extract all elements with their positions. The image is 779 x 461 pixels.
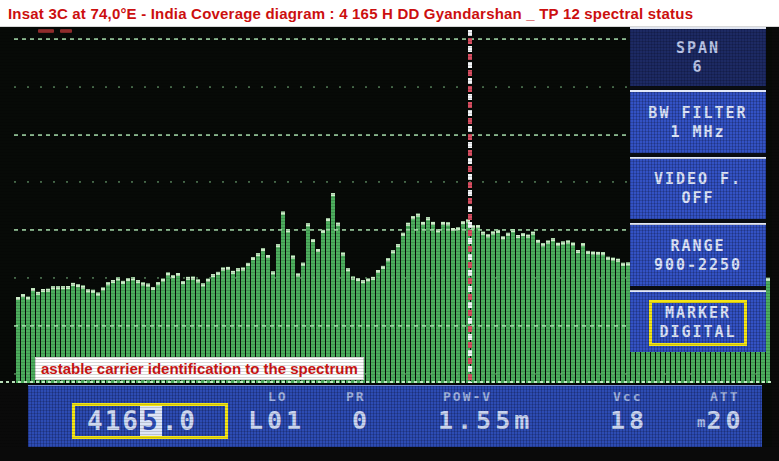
video-filter-button[interactable]: VIDEO F. OFF (630, 157, 766, 219)
marker-digital-button-label: MARKER (665, 304, 731, 323)
frequency-digits-after: .0 (162, 406, 197, 436)
range-button-value: 900-2250 (654, 256, 742, 275)
bw-filter-button-label: BW FILTER (648, 104, 747, 123)
pow-v-label: POW-V (443, 389, 492, 404)
range-button[interactable]: RANGE 900-2250 (630, 223, 766, 286)
span-button[interactable]: SPAN 6 (630, 27, 766, 86)
lo-value: L01 (248, 406, 305, 436)
frequency-field[interactable]: 4165.0 (72, 403, 228, 439)
frequency-marker-line (468, 30, 472, 383)
att-value: m20 (697, 406, 745, 437)
annotation-text: astable carrier identification to the sp… (41, 360, 358, 377)
bw-filter-button[interactable]: BW FILTER 1 MHz (630, 90, 766, 153)
range-button-label: RANGE (670, 237, 725, 256)
bw-filter-button-value: 1 MHz (670, 123, 725, 142)
photo-artifact-red-marks (38, 29, 54, 33)
marker-digital-button-value: DIGITAL (659, 323, 736, 342)
frame-strip-right (772, 26, 779, 447)
lo-label: LO (268, 389, 288, 404)
video-filter-button-value: OFF (681, 189, 714, 208)
pr-value: 0 (352, 406, 371, 436)
title-bar: Insat 3C at 74,0°E - India Coverage diag… (0, 0, 779, 27)
annotation-label: astable carrier identification to the sp… (35, 357, 364, 380)
span-button-value: 6 (692, 58, 703, 77)
frame-strip-bottom (0, 447, 779, 461)
pow-v-value: 1.55m (438, 406, 533, 436)
marker-digital-button[interactable]: MARKER DIGITAL (630, 290, 766, 352)
video-filter-button-label: VIDEO F. (654, 170, 742, 189)
status-bar: 4165.0 LO L01 PR 0 POW-V 1.55m Vcc 18 AT… (28, 385, 762, 448)
page-title: Insat 3C at 74,0°E - India Coverage diag… (0, 5, 693, 22)
att-value-number: 20 (706, 406, 744, 435)
photo-artifact-red-marks (60, 29, 72, 33)
button-panel: SPAN 6 BW FILTER 1 MHz VIDEO F. OFF RANG… (630, 27, 766, 352)
marker-digital-highlight-box: MARKER DIGITAL (649, 300, 746, 346)
span-button-label: SPAN (676, 39, 720, 58)
frequency-value: 4165.0 (87, 407, 197, 435)
frequency-digits-before: 416 (87, 406, 140, 436)
frequency-selected-digit[interactable]: 5 (140, 406, 162, 436)
vcc-value: 18 (610, 406, 648, 436)
frame-strip-left (0, 385, 28, 447)
vcc-label: Vcc (613, 389, 642, 404)
pr-label: PR (346, 389, 366, 404)
att-label: ATT (710, 389, 739, 404)
